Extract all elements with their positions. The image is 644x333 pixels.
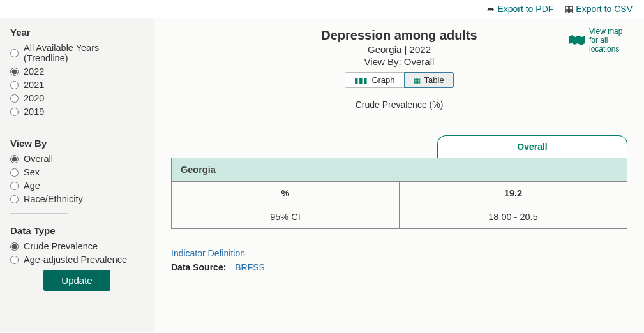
datatype-label-crude[interactable]: Crude Prevalence [24, 241, 98, 251]
view-toggle: ▮▮▮ Graph ▦ Table [171, 72, 627, 88]
data-table-area: Overall Georgia % 19.2 95% CI 18.00 - 20… [171, 135, 627, 229]
viewby-heading: View By [10, 138, 144, 149]
page-title: Depression among adults [171, 28, 627, 43]
divider [10, 213, 68, 214]
year-radio-all[interactable] [10, 49, 19, 57]
row-label: 95% CI [172, 205, 400, 229]
divider [10, 126, 68, 126]
datatype-radio-crude[interactable] [10, 242, 19, 251]
viewby-label-sex[interactable]: Sex [24, 167, 40, 177]
viewby-radio-sex[interactable] [10, 168, 19, 177]
year-label-2021[interactable]: 2021 [24, 80, 44, 90]
data-table: Georgia % 19.2 95% CI 18.00 - 20.5 [171, 158, 627, 229]
year-radio-2021[interactable] [10, 81, 19, 89]
year-label-2020[interactable]: 2020 [24, 93, 44, 103]
viewby-radio-overall[interactable] [10, 155, 19, 163]
view-map-link[interactable]: View map for all locations [569, 27, 633, 54]
bar-chart-icon: ▮▮▮ [354, 76, 368, 85]
viewby-radio-race[interactable] [10, 195, 19, 204]
table-row: % 19.2 [172, 182, 627, 205]
viewby-group: View By Overall Sex Age Race/Ethnicity [10, 138, 144, 214]
export-csv-label: Export to CSV [576, 4, 633, 14]
row-value: 18.00 - 20.5 [400, 205, 627, 229]
tab-table-label: Table [424, 75, 444, 85]
data-source-label: Data Source: [171, 262, 226, 272]
spreadsheet-icon: ▦ [565, 4, 573, 14]
table-icon: ▦ [414, 76, 421, 85]
main-panel: View map for all locations Depression am… [154, 18, 644, 332]
update-button[interactable]: Update [43, 270, 110, 291]
metric-label: Crude Prevalence (%) [171, 100, 627, 110]
table-region-row: Georgia [172, 158, 627, 182]
year-radio-2020[interactable] [10, 94, 19, 103]
table-tab-overall[interactable]: Overall [437, 135, 627, 158]
year-label-2022[interactable]: 2022 [24, 66, 44, 77]
viewby-label-race[interactable]: Race/Ethnicity [24, 194, 83, 204]
export-pdf-link[interactable]: ➦Export to PDF [487, 4, 553, 14]
region-cell: Georgia [172, 158, 627, 182]
viewby-radio-age[interactable] [10, 182, 19, 190]
filter-sidebar: Year All Available Years (Trendline) 202… [0, 18, 154, 332]
datatype-group: Data Type Crude Prevalence Age-adjusted … [10, 225, 144, 265]
viewby-label-age[interactable]: Age [24, 181, 40, 191]
year-label-all[interactable]: All Available Years (Trendline) [24, 43, 144, 63]
tab-graph[interactable]: ▮▮▮ Graph [345, 72, 404, 88]
row-label: % [172, 182, 400, 205]
subtitle: Georgia | 2022 [171, 44, 627, 55]
row-value: 19.2 [400, 182, 627, 205]
year-radio-2022[interactable] [10, 68, 19, 76]
export-pdf-label: Export to PDF [497, 4, 553, 14]
viewby-line: View By: Overall [171, 56, 627, 67]
indicator-definition-link[interactable]: Indicator Definition [171, 248, 245, 258]
tab-graph-label: Graph [371, 75, 394, 85]
year-heading: Year [10, 27, 144, 38]
table-row: 95% CI 18.00 - 20.5 [172, 205, 627, 229]
export-csv-link[interactable]: ▦Export to CSV [565, 4, 633, 14]
datatype-label-ageadj[interactable]: Age-adjusted Prevalence [24, 255, 127, 265]
year-group: Year All Available Years (Trendline) 202… [10, 27, 144, 126]
year-label-2019[interactable]: 2019 [24, 107, 44, 117]
view-map-label: View map for all locations [589, 27, 633, 54]
map-icon [569, 34, 585, 46]
data-source-link[interactable]: BRFSS [235, 262, 265, 272]
year-radio-2019[interactable] [10, 108, 19, 116]
share-icon: ➦ [487, 4, 495, 14]
datatype-heading: Data Type [10, 225, 144, 236]
datatype-radio-ageadj[interactable] [10, 256, 19, 264]
tab-table[interactable]: ▦ Table [404, 72, 454, 88]
viewby-label-overall[interactable]: Overall [24, 154, 53, 164]
